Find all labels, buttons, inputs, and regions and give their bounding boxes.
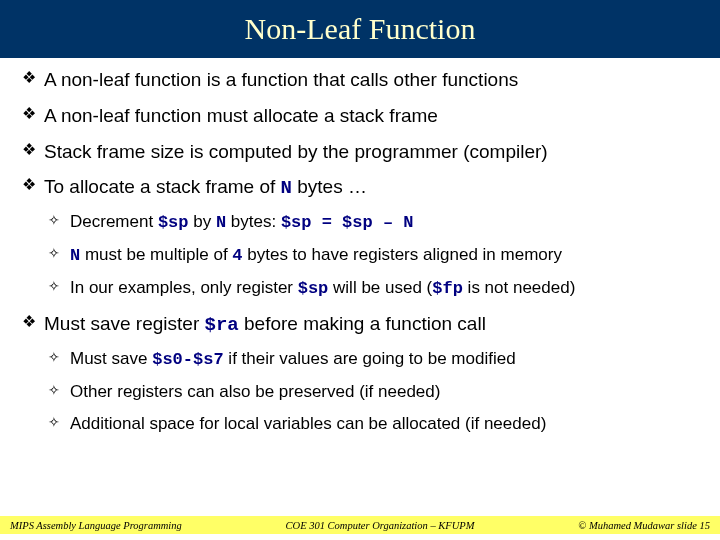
bullet-suffix: bytes … [292,176,367,197]
sub-bullet-item: Additional space for local variables can… [44,413,698,435]
bullet-item: A non-leaf function is a function that c… [22,68,698,92]
bullet-prefix: Must save register [44,313,205,334]
sub-text: Additional space for local variables can… [70,414,546,433]
sub-text: is not needed) [463,278,575,297]
sub-text: will be used ( [328,278,432,297]
code-span: $s0-$s7 [152,350,223,369]
code-span: 4 [232,246,242,265]
bullet-item: Must save register $ra before making a f… [22,312,698,435]
code-span: N [216,213,226,232]
code-span: $sp [158,213,189,232]
code-span: $fp [432,279,463,298]
slide-content: A non-leaf function is a function that c… [0,58,720,435]
sub-text: by [188,212,215,231]
bullet-text: A non-leaf function is a function that c… [44,69,518,90]
bullet-text: Stack frame size is computed by the prog… [44,141,548,162]
sub-text: bytes to have registers aligned in memor… [243,245,562,264]
footer-center: COE 301 Computer Organization – KFUPM [230,520,530,531]
sub-text: if their values are going to be modified [224,349,516,368]
title-bar: Non-Leaf Function [0,0,720,58]
code-span: $sp [298,279,329,298]
code-span: N [70,246,80,265]
sub-bullet-item: N must be multiple of 4 bytes to have re… [44,244,698,267]
sub-text: Decrement [70,212,158,231]
code-span: $sp = $sp – N [281,213,414,232]
sub-bullet-list: Must save $s0-$s7 if their values are go… [44,348,698,435]
sub-text: must be multiple of [80,245,232,264]
footer-bar: MIPS Assembly Language Programming COE 3… [0,516,720,534]
sub-bullet-item: Other registers can also be preserved (i… [44,381,698,403]
sub-text: Other registers can also be preserved (i… [70,382,440,401]
sub-text: In our examples, only register [70,278,298,297]
sub-bullet-item: Must save $s0-$s7 if their values are go… [44,348,698,371]
bullet-item: A non-leaf function must allocate a stac… [22,104,698,128]
main-bullet-list: A non-leaf function is a function that c… [22,68,698,435]
code-span: $ra [205,314,239,336]
sub-text: Must save [70,349,152,368]
sub-bullet-item: In our examples, only register $sp will … [44,277,698,300]
footer-left: MIPS Assembly Language Programming [0,520,230,531]
bullet-item: Stack frame size is computed by the prog… [22,140,698,164]
sub-bullet-list: Decrement $sp by N bytes: $sp = $sp – N … [44,211,698,300]
footer-right: © Muhamed Mudawar slide 15 [530,520,720,531]
bullet-item: To allocate a stack frame of N bytes … D… [22,175,698,300]
bullet-suffix: before making a function call [239,313,486,334]
sub-bullet-item: Decrement $sp by N bytes: $sp = $sp – N [44,211,698,234]
code-span: N [281,177,292,199]
sub-text: bytes: [226,212,281,231]
bullet-text: A non-leaf function must allocate a stac… [44,105,438,126]
slide-title: Non-Leaf Function [245,12,476,46]
bullet-prefix: To allocate a stack frame of [44,176,281,197]
